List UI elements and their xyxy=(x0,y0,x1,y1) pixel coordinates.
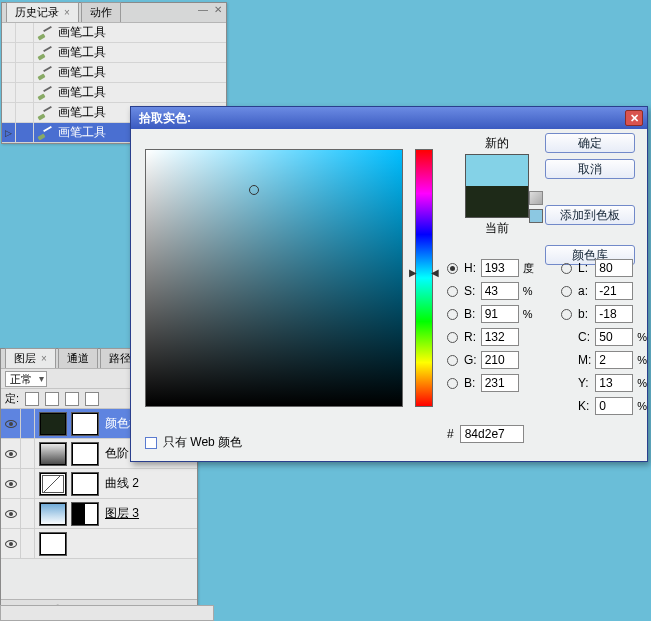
panel-close-icon[interactable]: ✕ xyxy=(214,4,222,15)
history-item[interactable]: 画笔工具 xyxy=(2,83,226,103)
brush-icon xyxy=(38,26,52,40)
web-only-checkbox[interactable] xyxy=(145,437,157,449)
radio-b[interactable] xyxy=(447,309,458,320)
brush-icon xyxy=(38,106,52,120)
g-input[interactable] xyxy=(481,351,519,369)
web-only-row: 只有 Web 颜色 xyxy=(145,434,242,451)
saturation-value-field[interactable] xyxy=(145,149,403,407)
l-input[interactable] xyxy=(595,259,633,277)
visibility-icon[interactable] xyxy=(5,450,17,458)
radio-g[interactable] xyxy=(447,355,458,366)
layer-row[interactable]: 图层 3 xyxy=(1,499,197,529)
b-input[interactable] xyxy=(481,305,519,323)
layer-mask-thumb[interactable] xyxy=(71,472,99,496)
layer-mask-thumb[interactable] xyxy=(71,442,99,466)
pct-unit: % xyxy=(523,285,537,297)
y-label: Y: xyxy=(578,376,591,390)
l-label: L: xyxy=(578,261,591,275)
color-swatch xyxy=(465,154,529,218)
lab-b-label: b: xyxy=(578,307,591,321)
cancel-button[interactable]: 取消 xyxy=(545,159,635,179)
new-color-label: 新的 xyxy=(451,135,543,152)
close-icon[interactable]: × xyxy=(64,7,70,18)
h-input[interactable] xyxy=(481,259,519,277)
radio-l[interactable] xyxy=(561,263,572,274)
k-input[interactable] xyxy=(595,397,633,415)
a-label: a: xyxy=(578,284,591,298)
tab-actions[interactable]: 动作 xyxy=(81,2,121,22)
color-picker-dialog: 拾取实色: ✕ ▶◀ 新的 当前 确定 取消 添加到色板 颜色库 H:度 xyxy=(130,106,648,462)
web-only-label: 只有 Web 颜色 xyxy=(163,434,242,451)
layer-thumb[interactable] xyxy=(39,472,67,496)
websafe-swatch-icon[interactable] xyxy=(529,209,543,223)
tab-history[interactable]: 历史记录× xyxy=(6,2,79,22)
layer-thumb[interactable] xyxy=(39,412,67,436)
gamut-warning-icon[interactable] xyxy=(529,191,543,205)
m-input[interactable] xyxy=(595,351,633,369)
lock-transparent-icon[interactable] xyxy=(25,392,39,406)
r-input[interactable] xyxy=(481,328,519,346)
h-label: H: xyxy=(464,261,477,275)
visibility-icon[interactable] xyxy=(5,420,17,428)
brush-icon xyxy=(38,126,52,140)
hue-slider[interactable] xyxy=(415,149,433,407)
radio-b2[interactable] xyxy=(447,378,458,389)
radio-a[interactable] xyxy=(561,286,572,297)
layer-thumb[interactable] xyxy=(39,532,67,556)
b2-input[interactable] xyxy=(481,374,519,392)
b2-label: B: xyxy=(464,376,477,390)
visibility-icon[interactable] xyxy=(5,510,17,518)
visibility-icon[interactable] xyxy=(5,480,17,488)
ok-button[interactable]: 确定 xyxy=(545,133,635,153)
m-label: M: xyxy=(578,353,591,367)
pointer-icon: ▷ xyxy=(5,128,12,138)
add-swatch-button[interactable]: 添加到色板 xyxy=(545,205,635,225)
b-label: B: xyxy=(464,307,477,321)
layer-name[interactable]: 曲线 2 xyxy=(105,475,139,492)
visibility-icon[interactable] xyxy=(5,540,17,548)
r-label: R: xyxy=(464,330,477,344)
s-input[interactable] xyxy=(481,282,519,300)
k-label: K: xyxy=(578,399,591,413)
lock-pixels-icon[interactable] xyxy=(45,392,59,406)
layer-mask-thumb[interactable] xyxy=(71,412,99,436)
radio-lab-b[interactable] xyxy=(561,309,572,320)
minimize-icon[interactable]: — xyxy=(198,4,208,15)
radio-r[interactable] xyxy=(447,332,458,343)
tab-channels[interactable]: 通道 xyxy=(58,348,98,368)
y-input[interactable] xyxy=(595,374,633,392)
current-color-swatch[interactable] xyxy=(466,186,528,217)
deg-unit: 度 xyxy=(523,261,537,276)
history-item[interactable]: 画笔工具 xyxy=(2,23,226,43)
layer-name[interactable]: 图层 3 xyxy=(105,505,139,522)
close-button[interactable]: ✕ xyxy=(625,110,643,126)
lock-position-icon[interactable] xyxy=(65,392,79,406)
blend-mode-select[interactable]: 正常 xyxy=(5,371,47,387)
radio-s[interactable] xyxy=(447,286,458,297)
new-color-swatch[interactable] xyxy=(466,155,528,186)
layer-thumb[interactable] xyxy=(39,502,67,526)
a-input[interactable] xyxy=(595,282,633,300)
hash-label: # xyxy=(447,427,454,441)
layer-thumb[interactable] xyxy=(39,442,67,466)
layer-row[interactable] xyxy=(1,529,197,559)
hex-input[interactable] xyxy=(460,425,524,443)
pct-unit: % xyxy=(523,308,537,320)
hsb-rgb-inputs: H:度 S:% B:% R: G: B: xyxy=(447,259,541,392)
titlebar[interactable]: 拾取实色: ✕ xyxy=(131,107,647,129)
lock-all-icon[interactable] xyxy=(85,392,99,406)
history-item[interactable]: 画笔工具 xyxy=(2,43,226,63)
radio-h[interactable] xyxy=(447,263,458,274)
layer-mask-thumb[interactable] xyxy=(71,502,99,526)
lab-b-input[interactable] xyxy=(595,305,633,323)
s-label: S: xyxy=(464,284,477,298)
history-tabs: 历史记录× 动作 —✕ xyxy=(2,3,226,23)
bottom-strip xyxy=(0,605,214,621)
tab-layers[interactable]: 图层× xyxy=(5,348,56,368)
history-item[interactable]: 画笔工具 xyxy=(2,63,226,83)
lock-label: 定: xyxy=(5,391,19,406)
hex-row: # xyxy=(447,425,524,443)
dialog-title: 拾取实色: xyxy=(139,110,625,127)
c-input[interactable] xyxy=(595,328,633,346)
layer-row[interactable]: 曲线 2 xyxy=(1,469,197,499)
